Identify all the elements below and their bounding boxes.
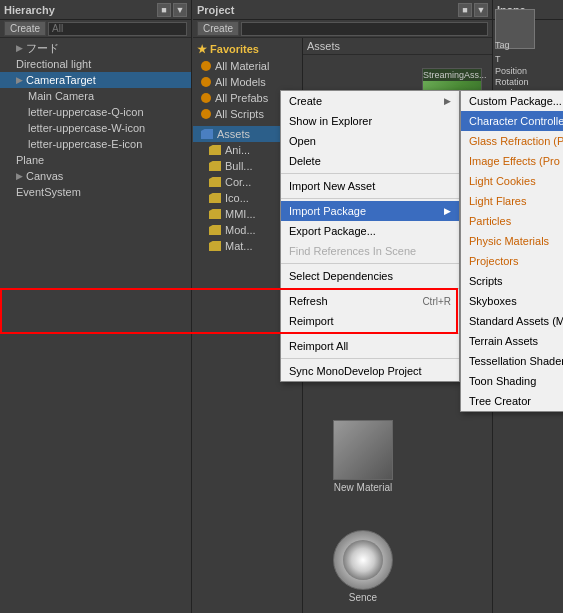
streaming-label: StreamingAss...	[423, 69, 481, 81]
subfolder-icon	[209, 209, 221, 219]
h-item-fudo[interactable]: ▶ フード	[0, 40, 191, 56]
cm-arrow-icon-2: ▶	[444, 206, 451, 216]
project-menu-icon[interactable]: ▼	[474, 3, 488, 17]
sm-scripts[interactable]: Scripts	[461, 271, 563, 291]
arrow-icon-3: ▶	[16, 171, 23, 181]
project-header: Project ■ ▼	[193, 0, 492, 20]
subfolder-icon	[209, 177, 221, 187]
position-label: Position	[495, 66, 561, 77]
sm-tessellation-shaders[interactable]: Tessellation Shaders (DX11)	[461, 351, 563, 371]
cm-refresh[interactable]: Refresh Ctrl+R	[281, 291, 459, 311]
hierarchy-header: Hierarchy ■ ▼	[0, 0, 191, 20]
hierarchy-items: ▶ フード Directional light ▶ CameraTarget M…	[0, 38, 191, 202]
arrow-icon-2: ▶	[16, 75, 23, 85]
subfolder-icon	[209, 145, 221, 155]
h-item-q-icon[interactable]: letter-uppercase-Q-icon	[0, 104, 191, 120]
material-thumb	[333, 420, 393, 480]
h-item-main-camera[interactable]: Main Camera	[0, 88, 191, 104]
hierarchy-menu-icon[interactable]: ▼	[173, 3, 187, 17]
cm-reimport[interactable]: Reimport	[281, 311, 459, 331]
sm-image-effects[interactable]: Image Effects (Pro Only)	[461, 151, 563, 171]
sm-particles[interactable]: Particles	[461, 211, 563, 231]
cm-select-dependencies[interactable]: Select Dependencies	[281, 266, 459, 286]
sm-physic-materials[interactable]: Physic Materials	[461, 231, 563, 251]
subfolder-icon	[209, 241, 221, 251]
scene-area: Sence	[333, 530, 393, 603]
sm-skyboxes[interactable]: Skyboxes	[461, 291, 563, 311]
arrow-icon: ▶	[16, 43, 23, 53]
sm-light-cookies[interactable]: Light Cookies	[461, 171, 563, 191]
sm-character-controller[interactable]: Character Controller	[461, 111, 563, 131]
sm-glass-refraction[interactable]: Glass Refraction (Pro Only)	[461, 131, 563, 151]
sm-tree-creator[interactable]: Tree Creator	[461, 391, 563, 411]
hierarchy-search-input[interactable]	[48, 22, 187, 36]
fav-all-models[interactable]: All Models	[193, 74, 302, 90]
hierarchy-title: Hierarchy	[4, 4, 153, 16]
fav-circle-icon	[201, 61, 211, 71]
material-area: New Material	[333, 420, 393, 493]
sm-custom-package[interactable]: Custom Package...	[461, 91, 563, 111]
hierarchy-lock-icon[interactable]: ■	[157, 3, 171, 17]
cm-separator-4	[281, 288, 459, 289]
fav-circle-icon	[201, 77, 211, 87]
fav-circle-icon	[201, 109, 211, 119]
inspector-tag-label: Tag	[495, 40, 510, 50]
project-lock-icon[interactable]: ■	[458, 3, 472, 17]
rotation-label: Rotation	[495, 77, 561, 88]
cm-separator-6	[281, 358, 459, 359]
h-item-camera-target[interactable]: ▶ CameraTarget	[0, 72, 191, 88]
inspector-icon-row	[493, 20, 563, 38]
folder-icon	[201, 129, 213, 139]
cm-arrow-icon: ▶	[444, 96, 451, 106]
context-menu: Create ▶ Show in Explorer Open Delete Im…	[280, 90, 460, 382]
h-item-w-icon[interactable]: letter-uppercase-W-icon	[0, 120, 191, 136]
fav-circle-icon	[201, 93, 211, 103]
cm-separator-5	[281, 333, 459, 334]
cm-delete[interactable]: Delete	[281, 151, 459, 171]
hierarchy-header-icons: ■ ▼	[157, 3, 187, 17]
transform-label: T	[495, 54, 561, 66]
scene-label: Sence	[349, 592, 377, 603]
sm-terrain-assets[interactable]: Terrain Assets	[461, 331, 563, 351]
hierarchy-panel: Hierarchy ■ ▼ Create ▶ フード Directional l…	[0, 0, 192, 613]
hierarchy-toolbar: Create	[0, 20, 191, 38]
project-search-input[interactable]	[241, 22, 488, 36]
assets-right-label: Assets	[303, 38, 492, 55]
cm-open[interactable]: Open	[281, 131, 459, 151]
unity-logo-inner	[343, 540, 383, 580]
sm-toon-shading[interactable]: Toon Shading	[461, 371, 563, 391]
h-item-directional-light[interactable]: Directional light	[0, 56, 191, 72]
subfolder-icon	[209, 161, 221, 171]
cm-reimport-all[interactable]: Reimport All	[281, 336, 459, 356]
sm-light-flares[interactable]: Light Flares	[461, 191, 563, 211]
cm-import-new-asset[interactable]: Import New Asset	[281, 176, 459, 196]
h-item-plane[interactable]: Plane	[0, 152, 191, 168]
favorites-header: ★ Favorites	[193, 40, 302, 58]
cm-separator-2	[281, 198, 459, 199]
h-item-canvas[interactable]: ▶ Canvas	[0, 168, 191, 184]
import-package-submenu: Custom Package... Character Controller G…	[460, 90, 563, 412]
fav-all-material[interactable]: All Material	[193, 58, 302, 74]
cm-create[interactable]: Create ▶	[281, 91, 459, 111]
cm-sync-monodevelop[interactable]: Sync MonoDevelop Project	[281, 361, 459, 381]
h-item-eventsystem[interactable]: EventSystem	[0, 184, 191, 200]
project-title: Project	[197, 4, 454, 16]
scene-thumb	[333, 530, 393, 590]
h-item-e-icon[interactable]: letter-uppercase-E-icon	[0, 136, 191, 152]
cm-separator-1	[281, 173, 459, 174]
sm-standard-assets-mobile[interactable]: Standard Assets (Mobile)	[461, 311, 563, 331]
cm-separator-3	[281, 263, 459, 264]
cm-show-in-explorer[interactable]: Show in Explorer	[281, 111, 459, 131]
project-header-icons: ■ ▼	[458, 3, 488, 17]
cm-export-package[interactable]: Export Package...	[281, 221, 459, 241]
project-toolbar: Create	[193, 20, 492, 38]
cm-import-package[interactable]: Import Package ▶	[281, 201, 459, 221]
subfolder-icon	[209, 193, 221, 203]
project-create-button[interactable]: Create	[197, 21, 239, 36]
sm-projectors[interactable]: Projectors	[461, 251, 563, 271]
cm-find-references: Find References In Scene	[281, 241, 459, 261]
hierarchy-create-button[interactable]: Create	[4, 21, 46, 36]
subfolder-icon	[209, 225, 221, 235]
cm-shortcut-refresh: Ctrl+R	[422, 296, 451, 307]
material-label: New Material	[334, 482, 392, 493]
